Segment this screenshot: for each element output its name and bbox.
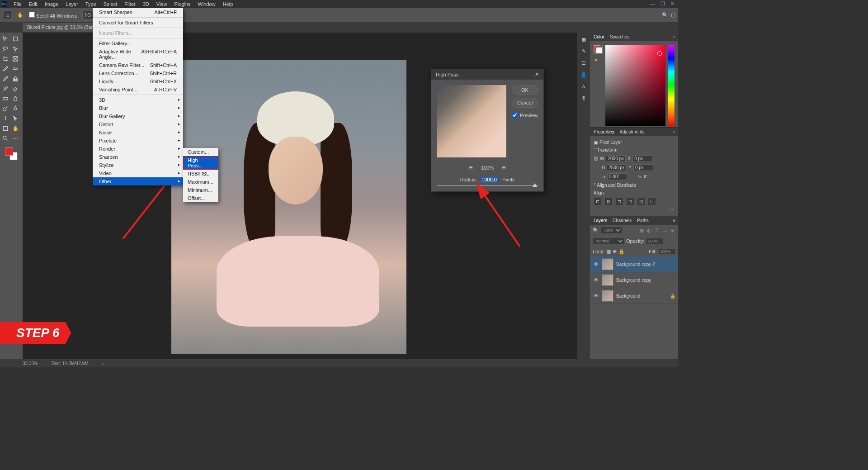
status-arrow-icon[interactable]: › [102, 361, 104, 366]
submenu-high-pass[interactable]: High Pass... [183, 156, 218, 170]
scroll-all-checkbox[interactable]: Scroll All Windows [29, 12, 77, 19]
menu-distort-sub[interactable]: Distort [93, 120, 183, 128]
filter-shape-icon[interactable]: ▭ [661, 227, 668, 233]
zoom-in-icon[interactable]: ⊕ [502, 165, 506, 171]
channels-tab[interactable]: Channels [613, 218, 632, 223]
submenu-custom[interactable]: Custom... [183, 148, 218, 156]
x-input[interactable] [632, 155, 652, 162]
filter-pixel-icon[interactable]: ▦ [638, 227, 645, 233]
panel-menu-icon[interactable]: ≡ [673, 218, 675, 223]
lock-position-icon[interactable]: ✥ [613, 249, 617, 255]
height-input[interactable] [607, 164, 627, 171]
hand-tool-icon[interactable]: ✋ [11, 124, 20, 133]
menu-render-sub[interactable]: Render [93, 145, 183, 153]
search-icon[interactable]: 🔍 [662, 12, 668, 18]
quick-select-tool-icon[interactable] [11, 44, 20, 53]
y-input[interactable] [633, 164, 653, 171]
character-icon[interactable]: 👤 [580, 71, 588, 79]
stamp-tool-icon[interactable] [11, 74, 20, 83]
lock-icon[interactable]: 🔒 [670, 294, 675, 299]
brush-tool-icon[interactable] [1, 74, 10, 83]
eyedropper-tool-icon[interactable] [1, 64, 10, 73]
lock-all-icon[interactable]: 🔒 [618, 249, 625, 255]
menu-filter-gallery[interactable]: Filter Gallery... [93, 39, 183, 47]
frame-tool-icon[interactable] [11, 54, 20, 63]
brushes-icon[interactable]: ▦ [580, 35, 588, 43]
color-picker-field[interactable] [605, 45, 665, 126]
menu-file[interactable]: File [10, 0, 25, 8]
angle-input[interactable] [607, 173, 627, 180]
align-bottom-icon[interactable]: ⊔ [648, 197, 656, 205]
menu-neural-filters[interactable]: Neural Filters... [93, 29, 183, 37]
layer-item[interactable]: 👁 Background copy [590, 272, 678, 288]
history-brush-icon[interactable] [1, 84, 10, 93]
healing-tool-icon[interactable] [11, 64, 20, 73]
align-hcenter-icon[interactable]: ⊟ [604, 197, 613, 205]
submenu-maximum[interactable]: Maximum... [183, 178, 218, 186]
menu-camera-raw[interactable]: Camera Raw Filter...Shift+Ctrl+A [93, 61, 183, 69]
menu-video-sub[interactable]: Video [93, 169, 183, 177]
zoom-tool-icon[interactable] [1, 134, 10, 143]
menu-blur-gallery-sub[interactable]: Blur Gallery [93, 112, 183, 120]
crop-tool-icon[interactable] [1, 54, 10, 63]
home-icon[interactable]: ⌂ [4, 11, 12, 19]
align-right-icon[interactable]: ⊐ [615, 197, 623, 205]
layer-filter-icon[interactable]: 🔍 [593, 228, 599, 233]
path-select-tool-icon[interactable] [11, 114, 20, 123]
pen-tool-icon[interactable] [11, 104, 20, 113]
dodge-tool-icon[interactable] [1, 104, 10, 113]
fill-input[interactable] [658, 248, 675, 255]
menu-vanishing-point[interactable]: Vanishing Point...Alt+Ctrl+V [93, 85, 183, 94]
menu-sharpen-sub[interactable]: Sharpen [93, 153, 183, 161]
menu-view[interactable]: View [153, 0, 171, 8]
menu-3d-sub[interactable]: 3D [93, 96, 183, 104]
blend-mode-select[interactable]: Normal [593, 237, 624, 245]
color-tab[interactable]: Color [594, 34, 604, 39]
link-icon[interactable]: ⛓ [594, 156, 598, 161]
menu-smart-sharpen[interactable]: Smart SharpenAlt+Ctrl+F [93, 8, 183, 16]
status-doc-size[interactable]: Doc: 14.3M/42.9M [52, 361, 89, 366]
align-top-icon[interactable]: ⊓ [626, 197, 634, 205]
kind-select[interactable]: Kind [601, 227, 622, 234]
preview-checkbox[interactable]: Preview [512, 112, 538, 118]
adjustments-icon[interactable]: ☰ [580, 59, 588, 67]
hue-slider[interactable] [668, 45, 675, 126]
color-swatch[interactable] [5, 147, 18, 160]
layer-thumbnail[interactable] [602, 274, 613, 286]
menu-layer[interactable]: Layer [62, 0, 82, 8]
lock-pixels-icon[interactable]: ▦ [606, 249, 611, 255]
layer-item[interactable]: 👁 Background copy 2 [590, 256, 678, 272]
filter-smart-icon[interactable]: ◈ [669, 227, 675, 233]
more-options-icon[interactable]: ⋯ [594, 207, 675, 212]
menu-type[interactable]: Type [82, 0, 100, 8]
gradient-tool-icon[interactable] [1, 94, 10, 103]
layers-tab[interactable]: Layers [594, 218, 607, 223]
menu-plugins[interactable]: Plugins [170, 0, 194, 8]
flip-h-icon[interactable]: ⇋ [638, 174, 642, 179]
blur-tool-icon[interactable] [11, 94, 20, 103]
dialog-close-icon[interactable]: ✕ [535, 71, 539, 77]
share-icon[interactable]: ▢ [671, 12, 675, 18]
move-tool-icon[interactable] [1, 34, 10, 43]
paths-tab[interactable]: Paths [637, 218, 649, 223]
align-icon[interactable]: ¶ [580, 94, 588, 102]
menu-stylize-sub[interactable]: Stylize [93, 161, 183, 169]
lasso-tool-icon[interactable] [1, 44, 10, 53]
menu-liquify[interactable]: Liquify...Shift+Ctrl+X [93, 77, 183, 85]
status-zoom[interactable]: 33.33% [23, 361, 38, 366]
align-section[interactable]: ˅ Align and Distribute [594, 183, 675, 188]
edit-toolbar-icon[interactable]: ⋯ [11, 134, 20, 143]
paragraph-icon[interactable]: A [580, 82, 588, 90]
menu-filter[interactable]: Filter [121, 0, 139, 8]
eraser-tool-icon[interactable] [11, 84, 20, 93]
artboard-tool-icon[interactable] [11, 34, 20, 43]
color-swatches[interactable] [594, 45, 603, 54]
visibility-icon[interactable]: 👁 [593, 277, 599, 283]
zoom-out-icon[interactable]: ⊖ [469, 165, 473, 171]
transform-section[interactable]: ˅ Transform [594, 147, 675, 152]
visibility-icon[interactable]: 👁 [593, 261, 599, 267]
close-icon[interactable]: ✕ [670, 1, 675, 7]
menu-select[interactable]: Select [100, 0, 121, 8]
foreground-color[interactable] [5, 147, 13, 156]
high-pass-preview[interactable] [437, 85, 506, 157]
